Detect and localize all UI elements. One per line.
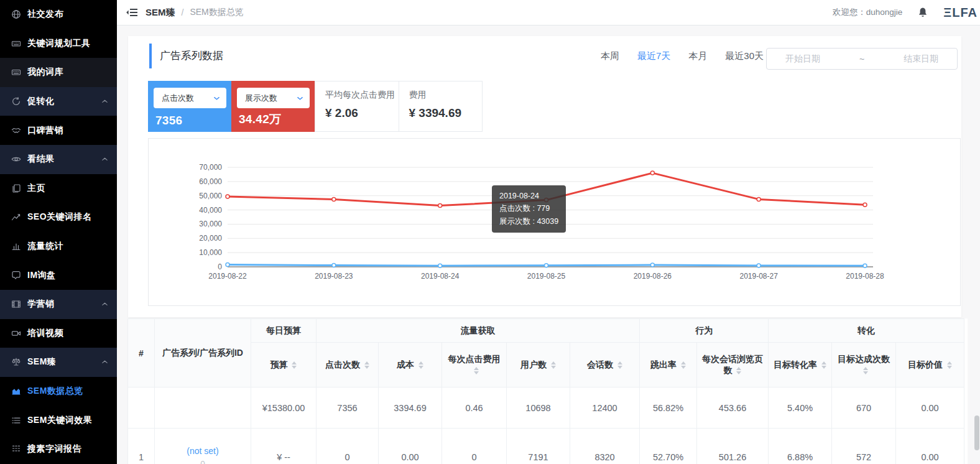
sidebar-item-seo-keyword-rank[interactable]: SEO关键词排名 (0, 203, 117, 232)
group-header: 每日预算 (251, 319, 317, 343)
sort-icon[interactable] (550, 360, 556, 370)
filter-last-30-days[interactable]: 最近30天 (725, 50, 764, 62)
column-header-每次会话浏览页数[interactable]: 每次会话浏览页数 (697, 343, 769, 387)
sidebar-item-search-term-report[interactable]: 搜素字词报告 (0, 435, 117, 464)
group-header: 行为 (640, 319, 769, 343)
panel-title: 广告系列数据 (160, 44, 223, 68)
sort-icon[interactable] (736, 366, 742, 376)
sem-dashboard-screen: 社交发布 关键词规划工具 我的词库 促转化 口碑营销 看结果 主页 (0, 0, 980, 464)
impressions-value: 34.42万 (239, 111, 281, 128)
campaign-link[interactable]: (not set) (187, 446, 218, 456)
group-header: 转化 (769, 319, 964, 343)
date-range-picker[interactable]: 开始日期 ~ 结束日期 (766, 48, 958, 70)
sort-icon[interactable] (617, 360, 622, 370)
end-date-input[interactable]: 结束日期 (904, 53, 938, 65)
stat-card-impressions: 展示次数 34.42万 (231, 81, 315, 132)
column-header-跳出率[interactable]: 跳出率 (640, 343, 697, 387)
top-bar: SEM臻 / SEM数据总览 欢迎您：duhongjie ΞLFA (117, 0, 980, 26)
eye-icon (11, 154, 21, 165)
filter-this-month[interactable]: 本月 (688, 50, 707, 62)
svg-text:2019-08-27: 2019-08-27 (739, 272, 778, 281)
column-header-index: # (128, 319, 155, 387)
breadcrumb-root[interactable]: SEM臻 (146, 7, 175, 19)
column-header-用户数[interactable]: 用户数 (507, 343, 570, 387)
sort-icon[interactable] (418, 360, 423, 370)
svg-text:10,000: 10,000 (199, 248, 222, 257)
column-header-目标转化率[interactable]: 目标转化率 (769, 343, 832, 387)
scrollbar-thumb[interactable] (974, 415, 979, 450)
sort-icon[interactable] (863, 366, 869, 376)
column-header-会话数[interactable]: 会话数 (570, 343, 640, 387)
filter-this-week[interactable]: 本周 (601, 50, 619, 62)
stat-card-avg-cpc: 平均每次点击费用 ¥ 2.06 (315, 81, 399, 131)
column-header-点击次数[interactable]: 点击次数 (317, 343, 379, 387)
sidebar-item-sem-data-overview[interactable]: SEM数据总览 (0, 377, 117, 406)
sort-icon[interactable] (292, 360, 297, 370)
sidebar-group-sem[interactable]: SEM臻 (0, 348, 117, 377)
sidebar-item-sem-keyword-effect[interactable]: SEM关键词效果 (0, 406, 117, 435)
clicks-metric-select[interactable]: 点击次数 (154, 88, 226, 108)
value-cell: 501.26 (697, 429, 769, 464)
column-header-成本[interactable]: 成本 (379, 343, 442, 387)
value-cell: 453.66 (697, 387, 769, 429)
welcome-text: 欢迎您：duhongjie (833, 7, 903, 18)
date-range-separator: ~ (859, 54, 864, 64)
column-header-目标达成次数[interactable]: 目标达成次数 (832, 343, 896, 387)
value-cell: 0.00 (896, 387, 964, 429)
column-header-目标价值[interactable]: 目标价值 (896, 343, 964, 387)
notification-bell-icon[interactable] (917, 7, 928, 18)
table-summary-row: ¥15380.0073563394.690.46106981240056.82%… (128, 387, 964, 429)
value-cell: 6.88% (769, 429, 832, 464)
value-cell: ¥15380.00 (251, 387, 317, 429)
impressions-metric-select[interactable]: 展示次数 (237, 88, 310, 108)
column-header-campaign: 广告系列/广告系列ID (155, 319, 251, 387)
value-cell: 0.46 (442, 387, 507, 429)
breadcrumb-current: SEM数据总览 (190, 7, 243, 18)
start-date-input[interactable]: 开始日期 (785, 53, 820, 65)
sidebar: 社交发布 关键词规划工具 我的词库 促转化 口碑营销 看结果 主页 (0, 0, 117, 464)
chevron-down-icon (297, 96, 303, 101)
list-icon (11, 415, 21, 425)
keyboard-icon (11, 67, 21, 78)
value-cell: 5.40% (769, 387, 832, 429)
value-cell: 52.70% (640, 429, 697, 464)
sort-icon[interactable] (680, 360, 686, 370)
stat-cards-cost: 平均每次点击费用 ¥ 2.06 费用 ¥ 3394.69 (315, 81, 483, 132)
area-chart-icon (11, 386, 21, 397)
sidebar-item-my-lexicon[interactable]: 我的词库 (0, 58, 117, 87)
svg-text:2019-08-28: 2019-08-28 (846, 272, 884, 281)
svg-text:0: 0 (218, 262, 222, 271)
table-row: 1(not set)0¥ --00.0007191832052.70%501.2… (128, 429, 964, 464)
elfa-logo[interactable]: ΞLFA (943, 6, 980, 20)
filter-last-7-days[interactable]: 最近7天 (637, 50, 670, 62)
sidebar-item-wom-marketing[interactable]: 口碑营销 (0, 116, 117, 145)
scale-icon (11, 357, 21, 368)
column-header-预算[interactable]: 预算 (251, 343, 317, 387)
film-icon (11, 299, 21, 310)
chevron-down-icon (213, 96, 220, 101)
sidebar-item-training-videos[interactable]: 培训视频 (0, 319, 117, 348)
sidebar-item-traffic-stats[interactable]: 流量统计 (0, 232, 117, 261)
sidebar-group-conversion[interactable]: 促转化 (0, 87, 117, 116)
sidebar-item-homepage[interactable]: 主页 (0, 174, 117, 203)
value-cell: 56.82% (640, 387, 697, 429)
pages-icon (11, 183, 21, 193)
sort-icon[interactable] (946, 360, 952, 370)
column-header-每次点击费用[interactable]: 每次点击费用 (442, 343, 507, 387)
sidebar-collapse-icon[interactable] (126, 7, 138, 17)
value-cell: 7356 (317, 387, 379, 429)
sidebar-group-results[interactable]: 看结果 (0, 145, 117, 174)
sort-icon[interactable] (364, 360, 369, 370)
sort-icon[interactable] (821, 360, 826, 370)
value-cell: 670 (832, 387, 896, 429)
value-cell: ¥ -- (251, 429, 317, 464)
title-accent-bar (149, 44, 152, 68)
sidebar-group-learn-marketing[interactable]: 学营销 (0, 290, 117, 319)
sidebar-item-social-publish[interactable]: 社交发布 (0, 0, 117, 29)
campaign-cell (155, 387, 251, 429)
breadcrumb-separator: / (182, 7, 184, 17)
sidebar-item-im-inquiry[interactable]: IM询盘 (0, 261, 117, 290)
svg-text:2019-08-24: 2019-08-24 (421, 272, 460, 281)
sort-icon[interactable] (473, 366, 479, 376)
sidebar-item-keyword-planner[interactable]: 关键词规划工具 (0, 29, 117, 58)
